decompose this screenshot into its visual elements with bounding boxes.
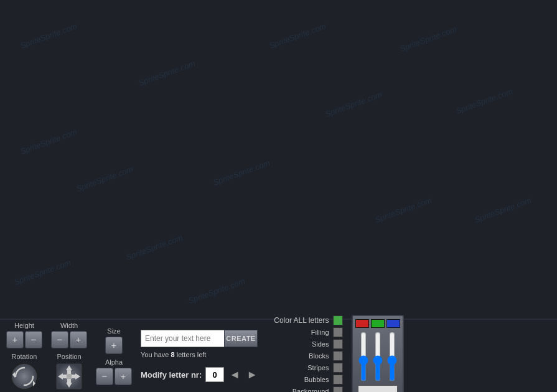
r-slider[interactable] bbox=[357, 332, 370, 381]
watermark: SpriteSprite.com bbox=[373, 195, 433, 225]
watermark: SpriteSprite.com bbox=[212, 158, 271, 187]
color-all-row-2: Color ALL letters bbox=[274, 315, 342, 325]
width-minus-2[interactable]: − bbox=[51, 331, 68, 348]
position-icon-2[interactable] bbox=[55, 362, 83, 391]
g-slider[interactable] bbox=[372, 332, 384, 381]
main-control-bar: Height + − Rotation Width − + bbox=[0, 319, 557, 392]
blocks-row-2: Blocks bbox=[274, 351, 342, 361]
watermark: SpriteSprite.com bbox=[398, 24, 457, 54]
width-label-2: Width bbox=[60, 322, 78, 329]
next-letter-2[interactable]: ► bbox=[245, 367, 259, 382]
watermark: SpriteSprite.com bbox=[137, 58, 196, 88]
height-label-2: Height bbox=[14, 322, 34, 329]
b-slider-wrap bbox=[386, 332, 398, 381]
text-row: CREATE bbox=[141, 330, 259, 347]
create-btn-2[interactable]: CREATE bbox=[224, 330, 258, 347]
rgb-panel-2 bbox=[352, 315, 404, 393]
green-btn[interactable] bbox=[371, 319, 385, 328]
watermark: SpriteSprite.com bbox=[19, 127, 78, 156]
alpha-btns: − + bbox=[96, 368, 132, 385]
height-btns: + − bbox=[6, 331, 42, 348]
sides-label-2: Sides bbox=[292, 340, 329, 348]
height-group: Height + − Rotation bbox=[6, 322, 42, 391]
red-btn[interactable] bbox=[355, 319, 369, 328]
svg-rect-12 bbox=[67, 374, 72, 379]
sides-swatch-2[interactable] bbox=[333, 339, 343, 349]
size-label-2: Size bbox=[107, 327, 120, 335]
width-group: Width − + Position bbox=[51, 322, 87, 391]
color-all-swatch-2[interactable] bbox=[333, 315, 343, 325]
width-plus-2[interactable]: + bbox=[70, 331, 87, 348]
alpha-label-2: Alpha bbox=[105, 358, 123, 366]
filling-swatch-2[interactable] bbox=[333, 327, 343, 337]
background-swatch-2[interactable] bbox=[333, 386, 343, 392]
letters-count-2: 8 bbox=[171, 351, 175, 358]
text-input-2[interactable] bbox=[141, 330, 224, 347]
height-minus-2[interactable]: − bbox=[25, 331, 42, 348]
rotation-icon-2[interactable] bbox=[10, 362, 39, 391]
v-sliders bbox=[357, 332, 398, 381]
watermark: SpriteSprite.com bbox=[12, 258, 72, 287]
blocks-label-2: Blocks bbox=[292, 352, 329, 360]
watermark: SpriteSprite.com bbox=[268, 21, 327, 50]
watermark: SpriteSprite.com bbox=[19, 21, 78, 50]
rgb-btns bbox=[355, 319, 400, 328]
modify-row-2: Modify letter nr: 0 ◄ ► bbox=[141, 367, 259, 382]
text-section: CREATE You have 8 letters left Modify le… bbox=[141, 330, 259, 382]
background-label-2: Background bbox=[292, 388, 329, 392]
color-all-label-2: Color ALL letters bbox=[274, 316, 329, 325]
watermark: SpriteSprite.com bbox=[324, 90, 383, 119]
b-slider[interactable] bbox=[386, 332, 398, 381]
stripes-label-2: Stripes bbox=[292, 364, 329, 371]
alpha-minus-2[interactable]: − bbox=[96, 368, 113, 385]
color-preview-2 bbox=[358, 385, 398, 393]
size-plus-2[interactable]: + bbox=[105, 337, 123, 354]
blocks-swatch-2[interactable] bbox=[333, 351, 343, 361]
size-group: Size + Alpha − + bbox=[96, 327, 132, 385]
watermark: SpriteSprite.com bbox=[473, 195, 532, 225]
prev-letter-2[interactable]: ◄ bbox=[228, 367, 241, 382]
color-labels-panel: Color ALL letters Filling Sides Blocks S… bbox=[274, 315, 342, 392]
watermark: SpriteSprite.com bbox=[75, 164, 134, 194]
g-slider-wrap bbox=[372, 332, 384, 381]
position-label-2: Position bbox=[57, 353, 81, 360]
background-row-2: Background bbox=[274, 386, 342, 392]
bubbles-swatch-2[interactable] bbox=[333, 375, 343, 385]
filling-label-2: Filling bbox=[292, 329, 329, 336]
alpha-plus-2[interactable]: + bbox=[115, 368, 132, 385]
rotation-label-2: Rotation bbox=[12, 353, 37, 360]
watermark: SpriteSprite.com bbox=[454, 86, 513, 116]
blue-btn[interactable] bbox=[386, 319, 400, 328]
r-slider-wrap bbox=[357, 332, 370, 381]
modify-label-2: Modify letter nr: bbox=[141, 370, 202, 380]
sides-row-2: Sides bbox=[274, 339, 342, 349]
bubbles-label-2: Bubbles bbox=[292, 376, 329, 383]
letter-num-2: 0 bbox=[205, 367, 224, 382]
width-btns: − + bbox=[51, 331, 87, 348]
stripes-swatch-2[interactable] bbox=[333, 363, 343, 373]
bubbles-row-2: Bubbles bbox=[274, 375, 342, 385]
size-btns: + bbox=[105, 337, 123, 354]
watermark: SpriteSprite.com bbox=[187, 276, 246, 306]
stripes-row-2: Stripes bbox=[274, 363, 342, 373]
filling-row-2: Filling bbox=[274, 327, 342, 337]
watermark: SpriteSprite.com bbox=[124, 233, 184, 262]
height-plus-2[interactable]: + bbox=[6, 331, 24, 348]
letters-left-2: You have 8 letters left bbox=[141, 351, 259, 358]
